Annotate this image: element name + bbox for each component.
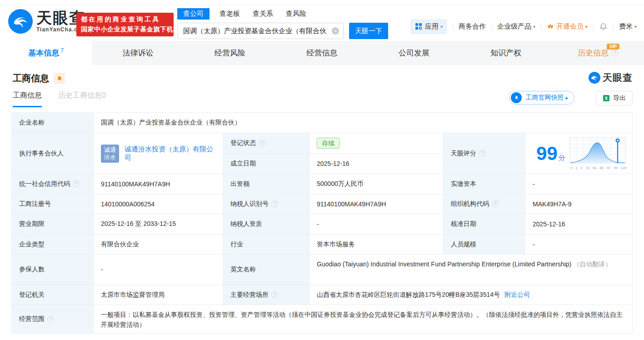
reg-authority-label: 登记机关 <box>12 285 94 305</box>
company-tabbar: 基本信息7 法律诉讼 经营风险 经营信息 公司发展 知识产权 VIP 历史信息 <box>0 41 644 65</box>
business-term-label: 营业期限 <box>12 214 94 234</box>
help-icon[interactable] <box>271 200 278 207</box>
help-icon[interactable] <box>73 180 80 187</box>
clear-search-icon[interactable] <box>332 27 339 35</box>
help-icon[interactable] <box>479 150 486 157</box>
approval-date-value: 2025-12-16 <box>525 214 632 234</box>
nav-enterprise-products[interactable]: 企业级产品 <box>497 22 535 31</box>
vip-badge: VIP <box>607 44 619 50</box>
search-tab-boss[interactable]: 查老板 <box>220 10 240 18</box>
promo-line-2: 国家中小企业发展子基金旗下机构 <box>81 25 169 34</box>
nearby-companies-link[interactable]: 附近公司 <box>504 291 530 299</box>
taxpayer-id-label: 纳税人识别号 <box>223 194 310 214</box>
export-button[interactable]: 导出 <box>596 91 633 105</box>
tab-business-info[interactable]: 经营信息 <box>276 41 368 65</box>
tab-intellectual-property[interactable]: 知识产权 <box>460 41 552 65</box>
help-icon[interactable] <box>47 316 54 323</box>
stamp-icon <box>511 92 522 103</box>
score-number: 99 <box>536 144 558 163</box>
search-input[interactable] <box>177 23 344 39</box>
search-tab-risk[interactable]: 查风险 <box>286 10 306 18</box>
tianyancha-swirl-icon <box>8 9 33 34</box>
establish-date-value: 2025-12-16 <box>310 154 443 174</box>
search-tabs: 查公司 查老板 查关系 查风险 <box>177 8 388 20</box>
tab-legal-litigation[interactable]: 法律诉讼 <box>92 41 184 65</box>
company-name-value: 国调（太原）产业投资基金合伙企业（有限合伙） <box>94 113 632 133</box>
org-code-label: 组织机构代码 <box>444 194 525 214</box>
taxpayer-id-value: 91140100MAK49H7A9H <box>310 194 444 214</box>
chevron-down-icon <box>440 24 443 29</box>
tab-operational-risk[interactable]: 经营风险 <box>184 41 276 65</box>
search-tab-company[interactable]: 查公司 <box>177 8 210 20</box>
english-name-label: 英文名称 <box>223 255 310 285</box>
insured-count-value: - <box>94 255 223 285</box>
score-bell-curve-chart: 0131550859799100 <box>569 137 628 170</box>
industry-value: 资本市场服务 <box>310 235 444 254</box>
tianyan-score-value: 99 分 <box>525 133 632 174</box>
company-name-label: 企业名称 <box>12 113 94 133</box>
crown-icon <box>547 23 554 30</box>
subtab-history-count: 0 <box>102 91 106 99</box>
industry-label: 行业 <box>223 235 310 254</box>
promo-line-1: 都在用的商业查询工具 <box>81 15 169 24</box>
top-navigation: 应用 商务合作 企业级产品 开通会员 费米 <box>410 18 637 35</box>
status-badge: 存续 <box>317 138 339 149</box>
table-row: 工商注册号 14010000A006254 纳税人识别号 91140100MAK… <box>12 194 632 214</box>
arrow-right-icon <box>565 95 568 101</box>
staff-size-value: - <box>525 235 632 254</box>
reg-authority-value: 太原市市场监督管理局 <box>94 285 223 305</box>
table-row: 企业类型 有限合伙企业 行业 资本市场服务 人员规模 - <box>12 235 632 255</box>
taxpayer-quality-label: 纳税人资质 <box>223 214 310 234</box>
table-row: 参保人数 - 英文名称 Guodiao (Taiyuan) Industrial… <box>12 255 632 285</box>
help-icon[interactable] <box>259 140 265 147</box>
help-icon[interactable] <box>271 291 278 298</box>
approval-date-label: 核准日期 <box>444 214 525 234</box>
table-row: 企业名称 国调（太原）产业投资基金合伙企业（有限合伙） <box>12 113 632 133</box>
nav-open-vip[interactable]: 开通会员 <box>547 22 588 31</box>
tab-history-info[interactable]: VIP 历史信息 <box>552 41 644 65</box>
executive-partner-label: 执行事务合伙人 <box>12 133 94 174</box>
tab-company-development[interactable]: 公司发展 <box>368 41 460 65</box>
partner-logo: 诚通 汾水 <box>101 145 119 163</box>
excel-icon <box>603 95 610 102</box>
business-scope-label: 经营范围 <box>12 305 94 333</box>
chevron-down-icon <box>533 24 535 29</box>
staff-size-label: 人员规模 <box>444 235 525 254</box>
nav-user-menu[interactable]: 费米 <box>619 22 637 31</box>
contribution-value: 500000万人民币 <box>310 174 444 194</box>
apps-label: 应用 <box>425 22 439 31</box>
establish-date-label: 成立日期 <box>223 154 310 174</box>
section-title: 工商信息 <box>13 72 49 85</box>
table-row: 统一社会信用代码 91140100MAK49H7A9H 出资额 500000万人… <box>12 174 632 194</box>
official-snapshot-button[interactable]: 工商官网快照 <box>509 91 574 105</box>
partner-company-link[interactable]: 诚通汾水投资（太原）有限公司 <box>125 145 215 162</box>
notifications-bell-icon[interactable] <box>599 22 608 31</box>
help-icon[interactable] <box>611 50 618 56</box>
subtab-history-registration[interactable]: 历史工商信息0 <box>58 91 106 106</box>
search-tab-relation[interactable]: 查关系 <box>253 10 273 18</box>
company-type-label: 企业类型 <box>12 235 94 254</box>
address-label: 主要经营场所 <box>223 285 310 305</box>
subtab-business-registration[interactable]: 工商信息 <box>13 91 42 107</box>
chevron-down-icon <box>634 24 637 29</box>
org-code-value: MAK49H7A-9 <box>525 194 632 214</box>
table-row: 登记机关 太原市市场监督管理局 主要经营场所 山西省太原市杏花岭区巨轮街道解放路… <box>12 285 632 305</box>
search-button[interactable]: 天眼一下 <box>349 23 388 39</box>
tianyancha-logo[interactable]: 天眼查 TianYanCha.com <box>8 9 86 34</box>
apps-menu-button[interactable]: 应用 <box>410 19 447 34</box>
monitor-bell-button[interactable] <box>54 73 65 84</box>
credit-code-value: 91140100MAK49H7A9H <box>94 174 223 194</box>
apps-grid-icon <box>415 23 422 30</box>
site-header: 天眼查 TianYanCha.com 都在用的商业查询工具 国家中小企业发展子基… <box>0 5 644 41</box>
table-row: 经营范围 一般项目：以私募基金从事股权投资、投资管理、资产管理等活动（须在中国证… <box>12 305 632 334</box>
english-name-value: Guodiao (Taiyuan) Industrial Investment … <box>310 255 632 285</box>
promo-banner: 都在用的商业查询工具 国家中小企业发展子基金旗下机构 <box>76 13 174 36</box>
score-axis-ticks: 0131550859799100 <box>570 166 627 170</box>
tab-basic-info[interactable]: 基本信息7 <box>0 41 92 65</box>
company-type-value: 有限合伙企业 <box>94 235 223 254</box>
help-icon[interactable] <box>492 200 499 207</box>
nav-business-coop[interactable]: 商务合作 <box>459 22 486 31</box>
chevron-down-icon <box>585 24 588 29</box>
reg-number-value: 14010000A006254 <box>94 194 223 214</box>
reg-number-label: 工商注册号 <box>12 194 94 214</box>
